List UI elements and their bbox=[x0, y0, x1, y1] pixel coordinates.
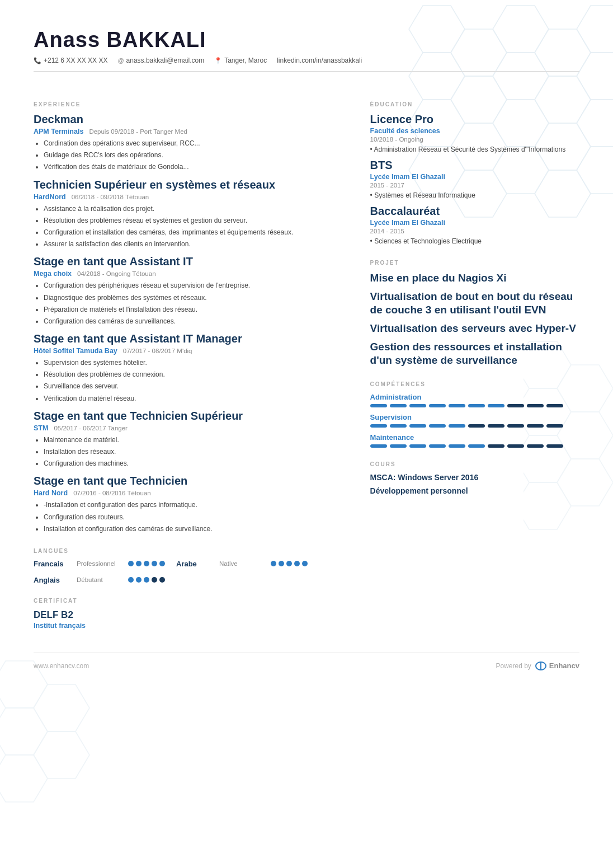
skill-segment-filled bbox=[409, 424, 426, 428]
skill-segment-filled bbox=[449, 444, 465, 448]
exp-meta: 07/2017 - 08/2017 M'diq bbox=[123, 348, 192, 354]
experience-container: Deckman APM Terminals Depuis 09/2018 - P… bbox=[34, 113, 348, 534]
skill-segment-empty bbox=[527, 444, 544, 448]
lang-dot-filled bbox=[128, 561, 134, 566]
exp-bullets: -Installation et configuration des parcs… bbox=[34, 500, 348, 534]
exp-bullet: Préparation de matériels et l'installati… bbox=[44, 304, 348, 315]
lang-item: Francais Professionnel bbox=[34, 560, 165, 568]
left-column: EXPÉRIENCE Deckman APM Terminals Depuis … bbox=[34, 88, 348, 630]
skill-segment-filled bbox=[370, 424, 387, 428]
exp-bullets: Assistance à la réalisation des projet.R… bbox=[34, 204, 348, 250]
skill-segment-filled bbox=[488, 404, 504, 407]
skill-segment-filled bbox=[449, 404, 465, 407]
education-container: Licence Pro Faculté des sciences 10/2018… bbox=[370, 113, 579, 246]
competences-label: COMPÉTENCES bbox=[370, 381, 579, 387]
skill-segment-filled bbox=[370, 404, 387, 407]
exp-bullet: Configuration des routeurs. bbox=[44, 512, 348, 523]
skill-segment-empty bbox=[468, 424, 485, 428]
exp-company-line: Hard Nord 07/2016 - 08/2016 Tétouan bbox=[34, 489, 348, 497]
skill-segment-filled bbox=[370, 444, 387, 448]
lang-dot-empty bbox=[152, 577, 157, 583]
exp-bullet: Maintenance de matériel. bbox=[44, 435, 348, 445]
lang-dot-filled bbox=[136, 561, 142, 566]
skill-bar bbox=[370, 444, 579, 448]
exp-bullet: Configuration et installation des caméra… bbox=[44, 227, 348, 238]
education-label: ÉDUCATION bbox=[370, 101, 579, 107]
exp-meta: 05/2017 - 06/2017 Tanger bbox=[54, 425, 128, 431]
competences-container: Administration Supervision Maintenance bbox=[370, 393, 579, 448]
exp-bullet: Guidage des RCC's lors des opérations. bbox=[44, 150, 348, 161]
skill-segment-empty bbox=[507, 444, 524, 448]
edu-title: Baccalauréat bbox=[370, 205, 579, 218]
experience-item: Stage en tant que Assistant IT Manager H… bbox=[34, 332, 348, 404]
exp-bullet: Assurer la satisfaction des clients en i… bbox=[44, 239, 348, 250]
exp-company-line: STM 05/2017 - 06/2017 Tanger bbox=[34, 424, 348, 432]
lang-dots bbox=[128, 561, 165, 566]
skill-segment-filled bbox=[429, 444, 446, 448]
edu-desc: • Sciences et Technologies Electrique bbox=[370, 236, 579, 246]
exp-bullet: Configuration des machines. bbox=[44, 458, 348, 469]
exp-bullet: Vérification des états de matériaux de G… bbox=[44, 162, 348, 172]
lang-level: Débutant bbox=[77, 576, 121, 583]
exp-bullet: Surveillance des serveur. bbox=[44, 381, 348, 392]
projets-container: Mise en place du Nagios XiVirtualisation… bbox=[370, 271, 579, 368]
exp-company: Mega choix bbox=[34, 270, 72, 278]
right-column: ÉDUCATION Licence Pro Faculté des scienc… bbox=[370, 88, 579, 630]
enhancv-logo: Enhancv bbox=[535, 661, 579, 670]
lang-dot-filled bbox=[152, 561, 157, 566]
email-contact: @ anass.bakkali@email.com bbox=[117, 57, 204, 64]
experience-item: Technicien Supérieur en systèmes et rése… bbox=[34, 179, 348, 250]
exp-bullet: -Installation et configuration des parcs… bbox=[44, 500, 348, 510]
lang-item: Arabe Native bbox=[176, 560, 308, 568]
edu-meta: 2015 - 2017 bbox=[370, 182, 579, 189]
certificat-label: CERTIFICAT bbox=[34, 598, 348, 604]
exp-bullet: Cordination des opérations avec supervis… bbox=[44, 138, 348, 149]
skill-segment-filled bbox=[409, 404, 426, 407]
exp-title: Technicien Supérieur en systèmes et rése… bbox=[34, 179, 348, 191]
cours-container: MSCA: Windows Server 2016Développement p… bbox=[370, 473, 579, 495]
skill-segment-empty bbox=[507, 424, 524, 428]
skill-segment-filled bbox=[468, 444, 485, 448]
lang-row-1: Francais Professionnel Arabe Native bbox=[34, 560, 348, 573]
skill-name: Administration bbox=[370, 393, 579, 401]
edu-title: Licence Pro bbox=[370, 113, 579, 126]
lang-dot-empty bbox=[159, 577, 165, 583]
education-item: Baccalauréat Lycée Imam El Ghazali 2014 … bbox=[370, 205, 579, 246]
lang-dot-filled bbox=[136, 577, 142, 583]
cert-school: Institut français bbox=[34, 622, 348, 630]
exp-bullets: Supervision des systèmes hôtelier.Résolu… bbox=[34, 358, 348, 404]
skill-segment-empty bbox=[527, 424, 544, 428]
enhancv-icon bbox=[535, 661, 547, 670]
edu-meta: 2014 - 2015 bbox=[370, 228, 579, 234]
cours-label: COURS bbox=[370, 461, 579, 467]
skill-segment-filled bbox=[468, 404, 485, 407]
cours-item: MSCA: Windows Server 2016 bbox=[370, 473, 579, 482]
exp-bullet: Configuration des périphériques réseau e… bbox=[44, 280, 348, 291]
main-content: EXPÉRIENCE Deckman APM Terminals Depuis … bbox=[34, 88, 579, 630]
lang-dot-filled bbox=[144, 561, 149, 566]
skill-segment-empty bbox=[546, 424, 563, 428]
skill-name: Supervision bbox=[370, 413, 579, 421]
exp-title: Stage en tant que Assistant IT bbox=[34, 255, 348, 268]
skill-segment-filled bbox=[390, 424, 407, 428]
competence-item: Maintenance bbox=[370, 433, 579, 448]
exp-bullet: Installation des réseaux. bbox=[44, 447, 348, 457]
contact-bar: 📞 +212 6 XX XX XX XX @ anass.bakkali@ema… bbox=[34, 57, 579, 72]
exp-bullet: Assistance à la réalisation des projet. bbox=[44, 204, 348, 214]
projet-item: Mise en place du Nagios Xi bbox=[370, 271, 579, 285]
exp-bullet: Diagnostique des problèmes des systèmes … bbox=[44, 293, 348, 303]
skill-segment-filled bbox=[449, 424, 465, 428]
edu-title: BTS bbox=[370, 159, 579, 172]
lang-dot-filled bbox=[294, 561, 300, 566]
experience-item: Stage en tant que Assistant IT Mega choi… bbox=[34, 255, 348, 327]
lang-row-2: Anglais Débutant bbox=[34, 576, 348, 584]
phone-value: +212 6 XX XX XX XX bbox=[44, 57, 107, 64]
exp-company: Hôtel Sofitel Tamuda Bay bbox=[34, 347, 117, 355]
skill-bar bbox=[370, 404, 579, 407]
exp-bullet: Résolution des problèmes réseau et systè… bbox=[44, 215, 348, 226]
exp-company-line: Hôtel Sofitel Tamuda Bay 07/2017 - 08/20… bbox=[34, 347, 348, 355]
skill-segment-empty bbox=[488, 444, 504, 448]
skill-segment-empty bbox=[546, 444, 563, 448]
edu-meta: 10/2018 - Ongoing bbox=[370, 136, 579, 143]
cours-item: Développement personnel bbox=[370, 486, 579, 495]
